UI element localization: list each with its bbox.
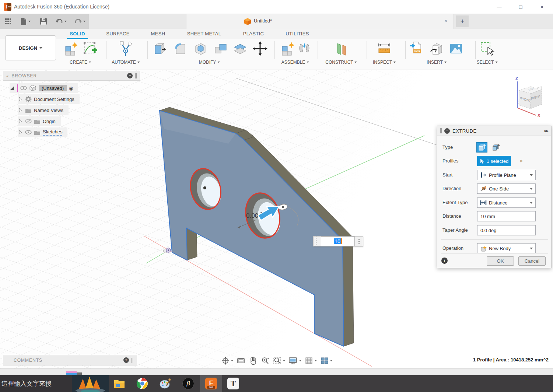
insert-canvas-icon[interactable] xyxy=(448,41,464,57)
distance-value-field[interactable]: 10 xyxy=(321,237,355,246)
tab-sheet-metal[interactable]: SHEET METAL xyxy=(187,31,221,36)
tab-plastic[interactable]: PLASTIC xyxy=(243,31,264,36)
tab-solid[interactable]: SOLID xyxy=(70,31,85,36)
panel-grip[interactable] xyxy=(132,358,133,363)
display-settings-button[interactable] xyxy=(288,356,301,365)
new-component-icon[interactable] xyxy=(279,41,295,57)
cancel-button[interactable]: Cancel xyxy=(518,256,546,266)
origin-point-marker[interactable] xyxy=(164,248,171,253)
look-at-button[interactable] xyxy=(237,356,245,365)
browser-item-named-views[interactable]: Named Views xyxy=(18,105,69,115)
save-button[interactable] xyxy=(40,17,47,26)
profiles-selection-button[interactable]: 1 selected xyxy=(477,156,511,166)
app-t-icon[interactable]: T xyxy=(227,378,239,389)
grid-snaps-button[interactable] xyxy=(305,356,317,365)
extrude-type-thin-button[interactable] xyxy=(490,142,501,153)
collapse-panel-icon[interactable]: « xyxy=(6,74,8,78)
dialog-expand-icon[interactable]: ▶▶ xyxy=(545,129,548,133)
tab-utilities[interactable]: UTILITIES xyxy=(286,31,309,36)
distance-input[interactable] xyxy=(477,211,536,221)
expander-arrow-icon[interactable] xyxy=(18,119,23,124)
create-group-label[interactable]: CREATE xyxy=(70,60,91,65)
taper-angle-input[interactable] xyxy=(477,225,536,235)
pan-button[interactable] xyxy=(249,356,258,365)
automate-group-label[interactable]: AUTOMATE xyxy=(112,60,140,65)
insert-svg-icon[interactable]: SVG xyxy=(408,41,424,57)
direction-dropdown[interactable]: One Side xyxy=(477,183,536,194)
create-sketch-icon[interactable] xyxy=(82,41,98,57)
browser-item-label[interactable]: Sketches xyxy=(43,129,62,136)
viewports-button[interactable] xyxy=(320,356,332,365)
dialog-collapse-icon[interactable]: − xyxy=(444,128,450,134)
inspect-group-label[interactable]: INSPECT xyxy=(373,60,396,65)
activate-component-radio[interactable]: ◉ xyxy=(69,85,73,91)
browser-item-label[interactable]: Origin xyxy=(43,119,56,124)
file-menu-button[interactable] xyxy=(20,17,31,26)
browser-item-origin[interactable]: Origin xyxy=(18,116,61,126)
news-widget-image[interactable] xyxy=(72,375,109,392)
browser-item-sketches[interactable]: Sketches xyxy=(18,127,67,137)
model-right-face[interactable] xyxy=(343,237,354,346)
browser-item-document-settings[interactable]: Document Settings xyxy=(18,94,80,104)
insert-derive-icon[interactable] xyxy=(428,41,445,57)
document-tab[interactable]: Untitled* × xyxy=(186,14,454,29)
expander-arrow-icon[interactable] xyxy=(18,97,23,102)
undo-button[interactable] xyxy=(55,17,67,26)
shell-icon[interactable] xyxy=(193,41,209,57)
select-group-label[interactable]: SELECT xyxy=(477,60,498,65)
hole-left-center-point[interactable] xyxy=(203,186,206,189)
redo-button[interactable] xyxy=(74,17,85,26)
browser-item-label[interactable]: Document Settings xyxy=(34,97,74,102)
tab-surface[interactable]: SURFACE xyxy=(106,31,130,36)
paint-icon[interactable] xyxy=(159,378,171,389)
press-pull-icon[interactable] xyxy=(152,41,168,57)
browser-header[interactable]: « BROWSER − xyxy=(3,71,140,81)
app-grid-menu-icon[interactable] xyxy=(4,17,12,26)
ok-button[interactable]: OK xyxy=(487,256,514,266)
new-solid-icon[interactable] xyxy=(63,41,79,57)
automate-icon[interactable] xyxy=(118,41,134,57)
assemble-group-label[interactable]: ASSEMBLE xyxy=(281,60,309,65)
combine-icon[interactable] xyxy=(213,41,229,57)
extrude-dialog-header[interactable]: − EXTRUDE ▶▶ xyxy=(437,126,551,136)
viewport-canvas[interactable]: 0.00 Z X FRONT RIGHT TOP « xyxy=(0,70,553,368)
fit-button[interactable] xyxy=(273,356,285,365)
extrude-type-solid-button[interactable] xyxy=(476,142,487,153)
input-drag-handle[interactable] xyxy=(314,237,321,246)
tab-mesh[interactable]: MESH xyxy=(151,31,165,36)
dialog-grip[interactable] xyxy=(440,128,442,133)
fillet-icon[interactable] xyxy=(172,41,189,57)
construct-plane-icon[interactable] xyxy=(333,41,349,57)
minimize-button[interactable]: — xyxy=(493,2,505,12)
view-cube[interactable]: Z X FRONT RIGHT TOP xyxy=(510,76,551,117)
start-dropdown[interactable]: Profile Plane xyxy=(477,170,536,180)
orbit-button[interactable] xyxy=(221,356,233,365)
clear-selection-icon[interactable]: × xyxy=(518,157,525,165)
app-b-icon[interactable]: β xyxy=(182,378,194,389)
browser-item-label[interactable]: Named Views xyxy=(34,108,63,113)
expander-arrow-icon[interactable] xyxy=(18,108,23,113)
browser-root-row[interactable]: (Unsaved) ◉ xyxy=(10,83,78,93)
operation-dropdown[interactable]: New Body xyxy=(477,243,536,253)
input-options-menu-icon[interactable] xyxy=(355,237,363,246)
document-tab-close-icon[interactable]: × xyxy=(442,18,449,24)
file-explorer-icon[interactable] xyxy=(113,378,125,389)
visibility-eye-icon[interactable] xyxy=(25,130,32,134)
new-document-tab-button[interactable]: + xyxy=(456,15,469,27)
chrome-icon[interactable] xyxy=(136,378,148,389)
info-icon[interactable]: i xyxy=(441,258,448,264)
zoom-button[interactable] xyxy=(261,356,270,365)
fusion360-taskbar-icon[interactable]: F360 xyxy=(205,378,217,389)
expander-arrow-icon[interactable] xyxy=(18,130,23,135)
add-comment-icon[interactable]: + xyxy=(123,357,129,363)
select-icon[interactable] xyxy=(479,41,495,57)
panel-grip[interactable] xyxy=(135,73,137,78)
close-button[interactable]: × xyxy=(536,2,548,12)
maximize-button[interactable]: □ xyxy=(514,2,527,12)
document-root-label[interactable]: (Unsaved) xyxy=(39,85,67,91)
measure-icon[interactable] xyxy=(376,41,392,57)
move-icon[interactable] xyxy=(252,41,268,57)
insert-group-label[interactable]: INSERT xyxy=(427,60,447,65)
remove-panel-icon[interactable]: − xyxy=(127,73,133,78)
visibility-eye-icon[interactable] xyxy=(20,86,27,90)
